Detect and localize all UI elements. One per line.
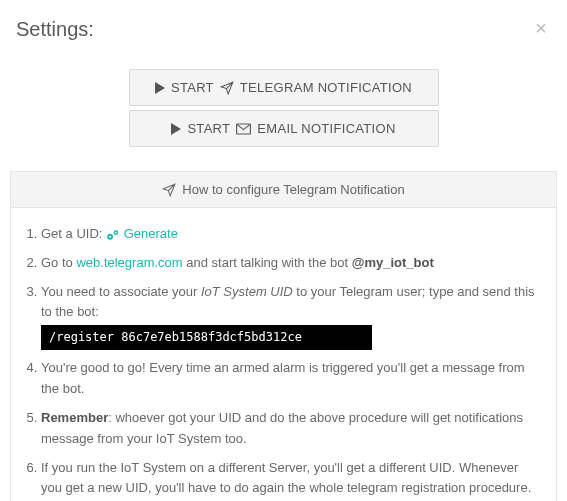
config-panel: How to configure Telegram Notification G… [10,171,557,501]
list-item: You need to associate your IoT System UI… [41,282,540,351]
paper-plane-icon [162,183,176,197]
svg-point-2 [109,235,111,237]
panel-title: How to configure Telegram Notification [182,182,404,197]
list-item: You're good to go! Every time an armed a… [41,358,540,400]
close-icon[interactable]: × [535,18,551,38]
list-item: If you run the IoT System on a different… [41,458,540,500]
gears-icon [106,226,120,241]
generate-link[interactable]: Generate [124,226,178,241]
paper-plane-icon [220,81,234,95]
email-label: EMAIL NOTIFICATION [257,121,395,136]
start-email-button[interactable]: START EMAIL NOTIFICATION [129,110,439,147]
panel-header: How to configure Telegram Notification [11,172,556,208]
list-item: Remember: whoever got your UID and do th… [41,408,540,450]
register-command: /register 86c7e7eb1588f3dcf5bd312ce [41,325,372,350]
step-text: You're good to go! Every time an armed a… [41,360,525,396]
page-title: Settings: [16,18,94,41]
list-item: Go to web.telegram.com and start talking… [41,253,540,274]
remember-label: Remember [41,410,108,425]
play-icon [155,82,165,94]
play-icon [171,123,181,135]
iot-uid-label: IoT System UID [201,284,293,299]
bot-name: @my_iot_bot [352,255,434,270]
list-item: Get a UID: Generate [41,224,540,245]
step-text: You need to associate your [41,284,201,299]
step-text: : whoever got your UID and do the above … [41,410,523,446]
step-text: Get a UID: [41,226,106,241]
step-text: If you run the IoT System on a different… [41,460,531,496]
start-telegram-button[interactable]: START TELEGRAM NOTIFICATION [129,69,439,106]
step-text: Go to [41,255,76,270]
svg-point-4 [115,231,117,233]
envelope-icon [236,123,251,135]
start-label: START [187,121,230,136]
step-text: and start talking with the bot [183,255,352,270]
telegram-label: TELEGRAM NOTIFICATION [240,80,412,95]
start-label: START [171,80,214,95]
web-telegram-link[interactable]: web.telegram.com [76,255,182,270]
